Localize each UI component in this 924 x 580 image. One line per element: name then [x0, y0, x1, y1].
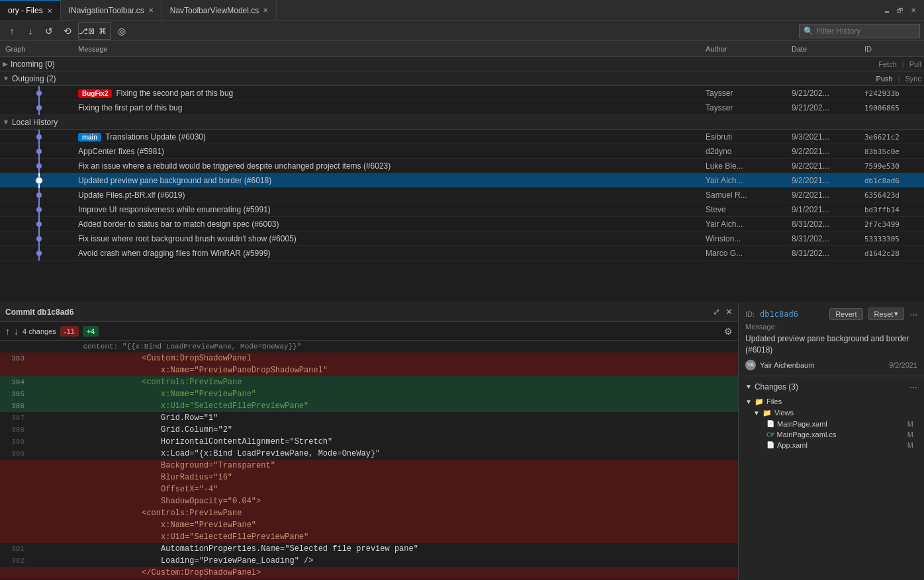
outgoing-commit-1[interactable]: BugFix2 Fixing the second part of this b… — [0, 86, 924, 101]
line-content-387: Grid.Row="1" — [63, 412, 738, 424]
graph-line-loc3 — [16, 159, 62, 173]
file-app-xaml[interactable]: 📄 App.xaml M — [761, 440, 917, 450]
local-commit-8[interactable]: Fix issue where root background brush wo… — [0, 231, 924, 246]
svg-point-11 — [36, 177, 42, 184]
maximize-icon[interactable]: 🗗 — [895, 5, 905, 16]
more-options-icon[interactable]: ··· — [909, 309, 917, 319]
tab-files-close[interactable]: ✕ — [47, 7, 52, 15]
msg-text-loc9: Avoid crash when dragging files from Win… — [78, 249, 271, 258]
nav-down-btn[interactable]: ↓ — [14, 326, 19, 337]
reset-button[interactable]: Reset ▾ — [868, 308, 905, 320]
diff-settings-icon[interactable]: ⚙ — [724, 326, 733, 337]
code-area[interactable]: content: "{{x:Bind LoadPreviewPane, Mode… — [0, 341, 738, 580]
local-commit-6[interactable]: Improve UI responsiveness while enumerat… — [0, 202, 924, 217]
id-loc6: bd3ffb14 — [862, 206, 921, 214]
code-line-388: 388 Grid.Column="2" — [0, 424, 738, 436]
sync-action[interactable]: Sync — [905, 75, 921, 83]
line-gutter-383 — [30, 352, 63, 364]
outgoing-label: Outgoing (2) — [12, 74, 56, 83]
author-loc6: Steve — [703, 205, 789, 214]
msg-text-loc4: Updated preview pane background and bord… — [78, 176, 271, 185]
commit-header: Commit db1c8ad6 ⤢ ✕ — [0, 302, 738, 322]
line-gutter-385 — [30, 388, 63, 400]
message-text: Updated preview pane background and bord… — [745, 333, 917, 356]
svg-point-3 — [36, 105, 42, 110]
pull-action[interactable]: Pull — [909, 60, 921, 68]
close-icon[interactable]: ✕ — [908, 5, 919, 16]
local-commit-2[interactable]: AppCenter fixes (#5981) d2dyno 9/2/2021.… — [0, 144, 924, 159]
tab-files[interactable]: ory - Files ✕ — [0, 0, 61, 21]
code-line-del1: Background="Transparent" — [0, 460, 738, 472]
tree-folder-files[interactable]: ▼ 📁 Files — [745, 396, 917, 407]
svg-point-9 — [36, 163, 42, 169]
line-content-390: x:Load="{x:Bind LoadPreviewPane, Mode=On… — [63, 448, 738, 460]
line-gutter-del5 — [30, 507, 63, 519]
minimize-icon[interactable]: 🗕 — [882, 5, 892, 16]
col-message: Message — [75, 45, 703, 53]
id-out1: f242933b — [862, 89, 921, 98]
close-commit-icon[interactable]: ✕ — [725, 307, 733, 317]
code-line-387: 387 Grid.Row="1" — [0, 412, 738, 424]
incoming-section[interactable]: ▶ Incoming (0) Fetch | Pull — [0, 57, 924, 71]
code-line-del6: x:Name="PreviewPane" — [0, 519, 738, 531]
graph-cell-loc2 — [3, 144, 75, 159]
filter-input[interactable] — [816, 26, 915, 36]
folder-icon-views: 📁 — [762, 409, 772, 417]
branch-group: ⎇⊠ ⌘ — [78, 22, 111, 40]
actions-sep2: | — [898, 75, 900, 83]
tab-inavigation-close[interactable]: ✕ — [148, 7, 154, 14]
actions-sep1: | — [902, 60, 904, 68]
fetch-action[interactable]: Fetch — [878, 60, 897, 68]
author-out2: Taysser — [703, 103, 789, 112]
push-action[interactable]: Push — [876, 75, 893, 83]
line-num-392: 392 — [0, 555, 30, 567]
line-gutter-del7 — [30, 531, 63, 543]
tab-inavigation[interactable]: INavigationToolbar.cs ✕ — [61, 0, 162, 21]
outgoing-section[interactable]: ▼ Outgoing (2) Push | Sync — [0, 71, 924, 86]
local-commit-9[interactable]: Avoid crash when dragging files from Win… — [0, 246, 924, 261]
code-line-383: 383 <Custom:DropShadowPanel — [0, 352, 738, 364]
line-content-389: HorizontalContentAlignment="Stretch" — [63, 436, 738, 448]
down-btn[interactable]: ↓ — [23, 23, 38, 39]
filter-box: 🔍 — [799, 24, 920, 38]
line-content-ctx: content: "{{x:Bind LoadPreviewPane, Mode… — [63, 341, 738, 352]
tab-navtoolbar[interactable]: NavToolbarViewModel.cs ✕ — [162, 0, 277, 21]
svg-point-13 — [36, 192, 42, 198]
changes-label: Changes (3) — [755, 382, 798, 392]
id-loc1: 3e6621c2 — [862, 133, 921, 142]
tree-folder-views[interactable]: ▼ 📁 Views — [753, 407, 917, 419]
settings-btn[interactable]: ◎ — [114, 23, 130, 39]
changes-header[interactable]: ▼ Changes (3) ··· — [745, 382, 917, 392]
branch-btn2[interactable]: ⌘ — [95, 23, 111, 39]
changes-more-icon[interactable]: ··· — [909, 382, 917, 392]
local-commit-7[interactable]: Added border to status bar to match desi… — [0, 217, 924, 231]
nav-up-btn[interactable]: ↑ — [5, 326, 10, 337]
local-commit-1[interactable]: main Translations Update (#6030) Esibrut… — [0, 130, 924, 144]
line-content-385: x:Name="PreviewPane" — [63, 388, 738, 400]
author-loc2: d2dyno — [703, 147, 789, 156]
tab-navtoolbar-close[interactable]: ✕ — [263, 7, 268, 14]
file-status-mainpage-xaml: M — [907, 420, 917, 428]
outgoing-commit-2[interactable]: Fixing the first part of this bug Taysse… — [0, 101, 924, 115]
local-section[interactable]: ▼ Local History — [0, 115, 924, 130]
add-badge: +4 — [83, 326, 99, 337]
local-commit-5[interactable]: Update Files.pt-BR.xlf (#6019) Samuel R.… — [0, 188, 924, 202]
date-loc7: 8/31/202... — [789, 220, 862, 229]
file-mainpage-xaml[interactable]: 📄 MainPage.xaml M — [761, 419, 917, 429]
local-commit-3[interactable]: Fix an issue where a rebuild would be tr… — [0, 159, 924, 173]
file-mainpage-cs[interactable]: C# MainPage.xaml.cs M — [761, 429, 917, 440]
local-commit-4[interactable]: Updated preview pane background and bord… — [0, 173, 924, 188]
message-label: Message: — [745, 323, 917, 331]
refresh-btn[interactable]: ↑ — [4, 23, 20, 39]
graph-cell-loc1 — [3, 130, 75, 144]
line-content-386: x:Uid="SelectedFilePreviewPane" — [63, 400, 738, 412]
undo-btn[interactable]: ↺ — [41, 23, 57, 39]
expand-icon[interactable]: ⤢ — [713, 307, 720, 317]
fetch-btn[interactable]: ⟲ — [60, 23, 75, 39]
revert-button[interactable]: Revert — [829, 308, 862, 320]
line-num-del1 — [0, 460, 30, 472]
code-line-383b: x:Name="PreviewPaneDropShadowPanel" — [0, 364, 738, 376]
date-out1: 9/21/202... — [789, 89, 862, 98]
branch-btn[interactable]: ⎇⊠ — [79, 23, 95, 39]
line-content-388: Grid.Column="2" — [63, 424, 738, 436]
